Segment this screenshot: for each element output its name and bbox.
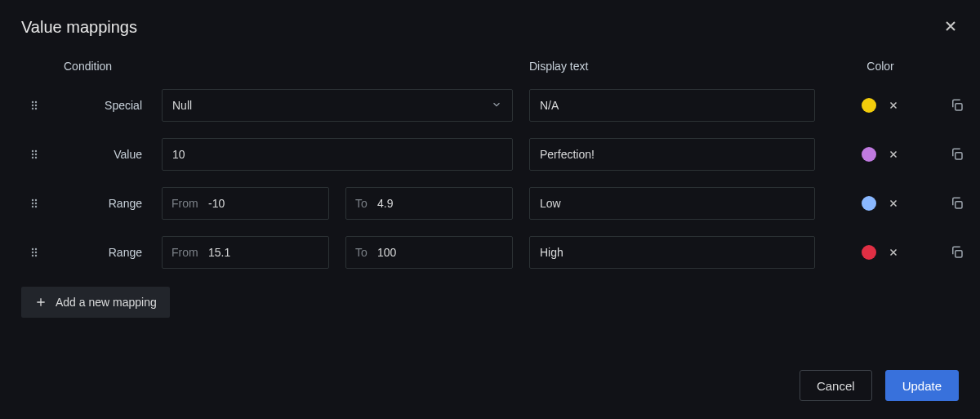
drag-handle-icon[interactable] (28, 197, 41, 210)
condition-type-label: Range (64, 197, 145, 210)
svg-point-22 (35, 248, 37, 250)
svg-point-15 (35, 199, 37, 201)
clear-color-icon[interactable] (888, 247, 899, 258)
color-swatch[interactable] (862, 98, 876, 113)
add-mapping-button[interactable]: Add a new mapping (21, 287, 170, 318)
svg-rect-27 (956, 251, 962, 257)
svg-point-11 (32, 157, 33, 158)
close-icon[interactable] (942, 18, 959, 37)
color-cell (862, 98, 899, 113)
condition-cell (162, 138, 513, 171)
special-select[interactable]: Null (162, 89, 513, 122)
svg-point-1 (35, 101, 37, 103)
display-text-input[interactable] (529, 89, 815, 122)
display-text-input[interactable] (529, 187, 815, 220)
svg-rect-13 (956, 153, 962, 159)
color-swatch[interactable] (862, 196, 876, 211)
range-from-input[interactable] (162, 236, 329, 269)
cancel-button[interactable]: Cancel (800, 370, 872, 401)
color-swatch[interactable] (862, 245, 876, 260)
chevron-down-icon (491, 99, 502, 113)
special-select-value: Null (172, 99, 192, 112)
clear-color-icon[interactable] (888, 100, 899, 111)
range-to-input[interactable] (345, 187, 513, 220)
svg-point-16 (32, 203, 33, 204)
drag-handle-icon[interactable] (28, 246, 41, 259)
duplicate-icon[interactable] (950, 245, 964, 260)
condition-type-label: Range (64, 246, 145, 259)
svg-point-14 (32, 199, 33, 201)
drag-handle-icon[interactable] (28, 99, 41, 112)
svg-point-5 (35, 108, 37, 109)
svg-point-10 (35, 154, 37, 155)
condition-cell: FromTo (162, 187, 513, 220)
svg-point-21 (32, 248, 33, 250)
display-text-input[interactable] (529, 236, 815, 269)
svg-rect-6 (956, 104, 962, 110)
condition-cell: FromTo (162, 236, 513, 269)
color-cell (862, 147, 899, 162)
add-mapping-label: Add a new mapping (56, 296, 157, 309)
update-button[interactable]: Update (885, 370, 959, 401)
color-swatch[interactable] (862, 147, 876, 162)
svg-point-7 (32, 150, 33, 152)
svg-point-26 (35, 255, 37, 256)
dialog-title: Value mappings (21, 18, 959, 37)
svg-point-18 (32, 206, 33, 207)
svg-rect-20 (956, 202, 962, 208)
range-from-input[interactable] (162, 187, 329, 220)
svg-point-0 (32, 101, 33, 103)
svg-point-12 (35, 157, 37, 158)
svg-point-23 (32, 252, 33, 253)
header-display: Display text (529, 60, 815, 73)
display-text-input[interactable] (529, 138, 815, 171)
svg-point-19 (35, 206, 37, 207)
svg-point-8 (35, 150, 37, 152)
condition-cell: Null (162, 89, 513, 122)
duplicate-icon[interactable] (950, 196, 964, 211)
header-color: Color (866, 60, 893, 73)
clear-color-icon[interactable] (888, 149, 899, 160)
svg-point-3 (35, 105, 37, 106)
svg-point-17 (35, 203, 37, 204)
svg-point-24 (35, 252, 37, 253)
condition-type-label: Special (64, 99, 145, 112)
duplicate-icon[interactable] (950, 98, 964, 113)
svg-point-2 (32, 105, 33, 106)
svg-point-4 (32, 108, 33, 109)
color-cell (862, 245, 899, 260)
color-cell (862, 196, 899, 211)
svg-point-25 (32, 255, 33, 256)
value-input[interactable] (162, 138, 513, 171)
svg-point-9 (32, 154, 33, 155)
condition-type-label: Value (64, 148, 145, 161)
clear-color-icon[interactable] (888, 198, 899, 209)
header-condition: Condition (64, 60, 513, 73)
range-to-input[interactable] (345, 236, 513, 269)
duplicate-icon[interactable] (950, 147, 964, 162)
drag-handle-icon[interactable] (28, 148, 41, 161)
